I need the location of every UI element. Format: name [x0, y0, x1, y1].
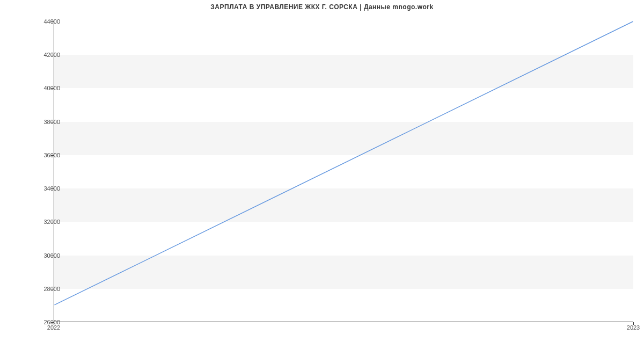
y-tick-mark	[51, 155, 54, 156]
chart-title: ЗАРПЛАТА В УПРАВЛЕНИЕ ЖКХ Г. СОРСКА | Да…	[0, 3, 644, 11]
x-tick-mark	[633, 322, 634, 325]
y-tick-mark	[51, 188, 54, 189]
y-tick-label: 36000	[17, 152, 60, 158]
plot-area	[54, 21, 633, 322]
y-tick-mark	[51, 21, 54, 22]
y-tick-mark	[51, 88, 54, 89]
chart-container: ЗАРПЛАТА В УПРАВЛЕНИЕ ЖКХ Г. СОРСКА | Да…	[0, 0, 644, 349]
line-layer	[54, 21, 633, 322]
y-tick-mark	[51, 122, 54, 122]
x-tick-mark	[54, 322, 54, 325]
y-tick-label: 30000	[17, 252, 60, 259]
x-tick-label: 2022	[47, 324, 60, 331]
y-tick-mark	[51, 55, 54, 55]
y-tick-label: 32000	[17, 219, 60, 225]
y-tick-label: 34000	[17, 185, 60, 192]
y-tick-label: 38000	[17, 119, 60, 125]
y-tick-label: 44000	[17, 18, 60, 25]
x-tick-label: 2023	[627, 324, 640, 331]
y-tick-label: 42000	[17, 52, 60, 58]
y-tick-mark	[51, 222, 54, 222]
data-line	[54, 21, 633, 305]
y-tick-label: 28000	[17, 286, 60, 292]
y-tick-mark	[51, 289, 54, 289]
y-tick-label: 40000	[17, 85, 60, 91]
y-tick-mark	[51, 256, 54, 256]
